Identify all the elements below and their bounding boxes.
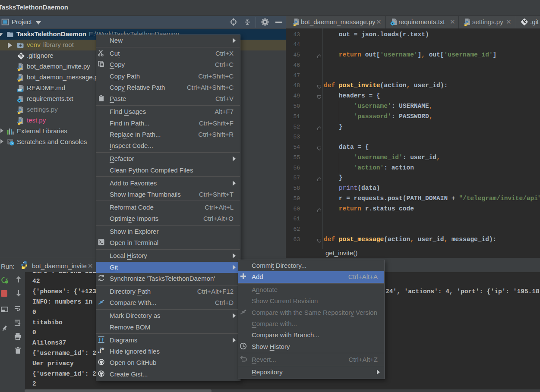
svg-text:MD: MD xyxy=(18,89,22,92)
